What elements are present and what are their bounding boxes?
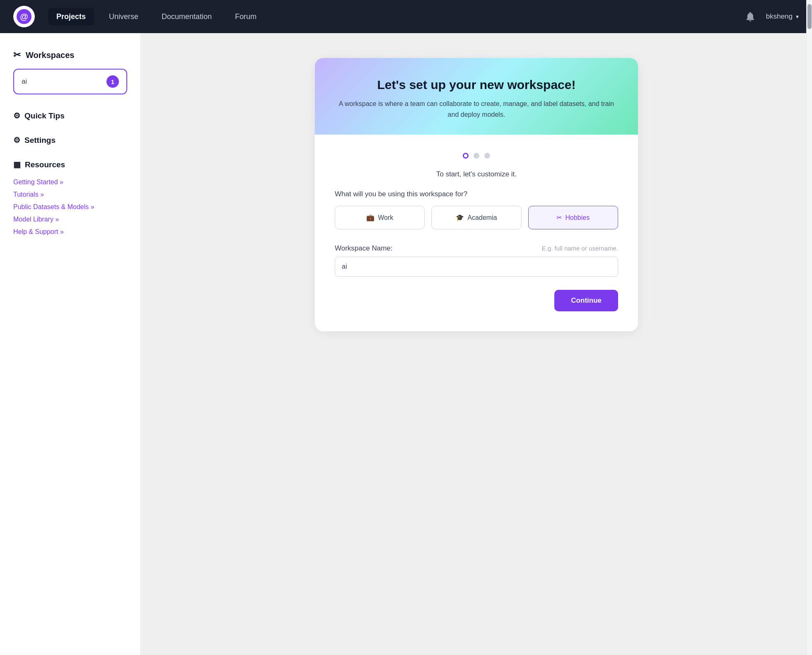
workspace-name-label: Workspace Name: bbox=[335, 244, 393, 253]
settings-title-row: ⚙ Settings bbox=[13, 135, 127, 145]
quick-tips-label: Quick Tips bbox=[24, 111, 65, 120]
academia-label: Academia bbox=[467, 214, 497, 222]
academia-icon: 🎓 bbox=[456, 214, 464, 222]
username-label: bksheng bbox=[766, 12, 793, 21]
usage-btn-academia[interactable]: 🎓 Academia bbox=[431, 206, 521, 229]
hobbies-label: Hobbies bbox=[565, 214, 590, 222]
workspaces-icon: ✂ bbox=[13, 50, 21, 60]
main-content: Let's set up your new workspace! A works… bbox=[141, 33, 812, 655]
resources-label: Resources bbox=[25, 160, 65, 169]
link-getting-started[interactable]: Getting Started bbox=[13, 176, 127, 188]
settings-icon: ⚙ bbox=[13, 135, 20, 145]
logo[interactable]: @ bbox=[13, 6, 35, 27]
workspace-pill[interactable]: ai 1 bbox=[13, 69, 127, 94]
notification-bell[interactable] bbox=[741, 7, 759, 26]
nav-documentation[interactable]: Documentation bbox=[153, 8, 220, 25]
workspace-name-hint: E.g. full name or username. bbox=[542, 245, 618, 252]
card-footer: Continue bbox=[335, 290, 618, 311]
usage-btn-hobbies[interactable]: ✂ Hobbies bbox=[528, 206, 618, 229]
nav-projects[interactable]: Projects bbox=[48, 8, 94, 25]
workspace-count-badge: 1 bbox=[106, 75, 119, 88]
link-model-library[interactable]: Model Library bbox=[13, 213, 127, 226]
link-help-support[interactable]: Help & Support bbox=[13, 226, 127, 238]
user-menu[interactable]: bksheng ▾ bbox=[766, 12, 799, 21]
work-icon: 💼 bbox=[366, 214, 375, 222]
logo-icon: @ bbox=[17, 9, 31, 24]
resources-title-row: ▦ Resources bbox=[13, 160, 127, 169]
nav-forum[interactable]: Forum bbox=[227, 8, 265, 25]
stepper-dots bbox=[335, 149, 618, 159]
settings-label: Settings bbox=[24, 136, 56, 145]
step-label: To start, let's customize it. bbox=[335, 170, 618, 178]
quick-tips-icon: ⚙ bbox=[13, 111, 20, 120]
main-layout: ✂ Workspaces ai 1 ⚙ Quick Tips ⚙ Setting… bbox=[0, 33, 812, 655]
workspace-pill-name: ai bbox=[22, 77, 27, 86]
nav-universe[interactable]: Universe bbox=[101, 8, 147, 25]
dot-2 bbox=[474, 153, 479, 159]
workspaces-title: Workspaces bbox=[26, 51, 74, 60]
scrollbar-thumb[interactable] bbox=[807, 4, 812, 29]
sidebar: ✂ Workspaces ai 1 ⚙ Quick Tips ⚙ Setting… bbox=[0, 33, 141, 655]
dot-1 bbox=[463, 153, 469, 159]
workspace-setup-card: Let's set up your new workspace! A works… bbox=[315, 58, 638, 331]
dot-3 bbox=[484, 153, 490, 159]
quick-tips-title-row: ⚙ Quick Tips bbox=[13, 111, 127, 120]
continue-button[interactable]: Continue bbox=[554, 290, 618, 311]
card-subtitle: A workspace is where a team can collabor… bbox=[335, 99, 618, 120]
resources-section: ▦ Resources Getting Started Tutorials Pu… bbox=[13, 160, 127, 238]
scrollbar-track[interactable] bbox=[806, 0, 812, 655]
settings-section: ⚙ Settings bbox=[13, 135, 127, 145]
usage-question: What will you be using this workspace fo… bbox=[335, 190, 618, 198]
resources-icon: ▦ bbox=[13, 160, 21, 169]
work-label: Work bbox=[378, 214, 393, 222]
link-tutorials[interactable]: Tutorials bbox=[13, 188, 127, 201]
quick-tips-section: ⚙ Quick Tips bbox=[13, 111, 127, 120]
card-body: To start, let's customize it. What will … bbox=[315, 135, 638, 331]
workspace-name-input[interactable] bbox=[335, 257, 618, 277]
chevron-down-icon: ▾ bbox=[796, 13, 799, 20]
card-header: Let's set up your new workspace! A works… bbox=[315, 58, 638, 135]
usage-buttons-group: 💼 Work 🎓 Academia ✂ Hobbies bbox=[335, 206, 618, 229]
form-label-row: Workspace Name: E.g. full name or userna… bbox=[335, 244, 618, 253]
link-public-datasets[interactable]: Public Datasets & Models bbox=[13, 201, 127, 213]
navbar: @ Projects Universe Documentation Forum … bbox=[0, 0, 812, 33]
hobbies-icon: ✂ bbox=[556, 214, 562, 222]
workspaces-section: ✂ Workspaces bbox=[13, 50, 127, 60]
usage-btn-work[interactable]: 💼 Work bbox=[335, 206, 425, 229]
card-title: Let's set up your new workspace! bbox=[335, 78, 618, 92]
